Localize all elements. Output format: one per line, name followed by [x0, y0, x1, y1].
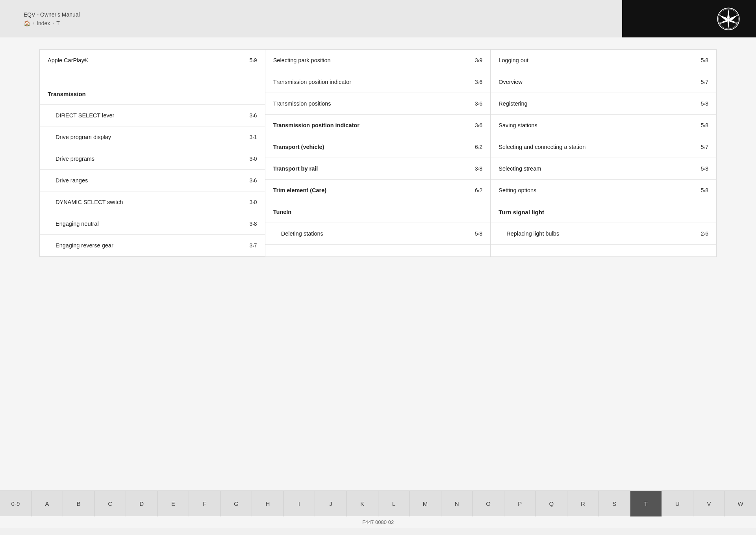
item-page: 5›8	[701, 187, 708, 193]
breadcrumb-index[interactable]: Index	[37, 20, 50, 26]
item-page: 3›8	[249, 221, 257, 227]
alpha-L[interactable]: L	[378, 491, 410, 516]
alpha-F[interactable]: F	[189, 491, 220, 516]
alpha-W[interactable]: W	[725, 491, 756, 516]
item-label: Logging out	[498, 57, 697, 63]
item-label: DYNAMIC SELECT switch	[56, 199, 245, 205]
index-columns: Apple CarPlay® 5›9 Transmission DIRECT S…	[39, 49, 717, 257]
column-1: Apple CarPlay® 5›9 Transmission DIRECT S…	[40, 50, 265, 256]
list-item[interactable]: Overview 5›7	[491, 71, 716, 93]
alpha-G[interactable]: G	[220, 491, 252, 516]
list-item[interactable]: Apple CarPlay® 5›9	[40, 50, 265, 71]
main-content: Apple CarPlay® 5›9 Transmission DIRECT S…	[0, 37, 756, 490]
sep1: ›	[33, 20, 34, 26]
item-page: 5›9	[249, 57, 257, 63]
item-label: Drive program display	[56, 134, 245, 140]
item-page: 5›8	[475, 230, 482, 237]
header-title-block: EQV - Owner's Manual 🏠 › Index › T	[24, 11, 80, 26]
column-2: Selecting park position 3›9 Transmission…	[265, 50, 491, 256]
list-item[interactable]: TuneIn	[265, 201, 491, 223]
doc-code: F447 0080 02	[362, 519, 394, 525]
alpha-Q[interactable]: Q	[536, 491, 567, 516]
alpha-E[interactable]: E	[158, 491, 189, 516]
item-page: 3›9	[475, 57, 482, 63]
alpha-A[interactable]: A	[32, 491, 63, 516]
list-item[interactable]: Selecting and connecting a station 5›7	[491, 136, 716, 158]
item-label: Deleting stations	[281, 230, 471, 237]
alpha-V[interactable]: V	[693, 491, 725, 516]
item-page: 5›8	[701, 122, 708, 128]
sep2: ›	[52, 20, 54, 26]
item-page: 3›0	[249, 199, 257, 205]
list-item[interactable]: DYNAMIC SELECT switch 3›0	[40, 191, 265, 213]
item-label: Saving stations	[498, 122, 697, 128]
item-label: Transport by rail	[273, 165, 471, 172]
item-label: Transmission position indicator	[273, 122, 471, 128]
alpha-C[interactable]: C	[94, 491, 126, 516]
item-page: 5›8	[701, 100, 708, 107]
alpha-U[interactable]: U	[662, 491, 693, 516]
alpha-M[interactable]: M	[410, 491, 441, 516]
mercedes-logo	[717, 7, 740, 31]
alpha-S[interactable]: S	[599, 491, 630, 516]
alpha-09[interactable]: 0-9	[0, 491, 32, 516]
item-page: 3›6	[475, 100, 482, 107]
svg-marker-7	[728, 15, 738, 20]
list-item[interactable]: Transmission position indicator 3›6	[265, 71, 491, 93]
item-label: Transmission position indicator	[273, 79, 471, 85]
home-icon[interactable]: 🏠	[24, 20, 30, 26]
list-item[interactable]: Logging out 5›8	[491, 50, 716, 71]
item-page: 5›7	[701, 144, 708, 150]
list-item[interactable]: Engaging neutral 3›8	[40, 213, 265, 235]
alpha-I[interactable]: I	[284, 491, 315, 516]
list-item[interactable]: Engaging reverse gear 3›7	[40, 235, 265, 256]
alpha-P[interactable]: P	[504, 491, 536, 516]
alpha-B[interactable]: B	[63, 491, 94, 516]
alpha-K[interactable]: K	[346, 491, 378, 516]
alpha-R[interactable]: R	[567, 491, 599, 516]
list-item[interactable]: Selecting stream 5›8	[491, 158, 716, 180]
list-item[interactable]: Transport (vehicle) 6›2	[265, 136, 491, 158]
alpha-T[interactable]: T	[630, 491, 662, 516]
item-label: Selecting and connecting a station	[498, 144, 697, 150]
list-item[interactable]: Selecting park position 3›9	[265, 50, 491, 71]
list-item[interactable]: Replacing light bulbs 2›6	[491, 223, 716, 245]
list-item[interactable]: Drive program display 3›1	[40, 126, 265, 148]
alpha-D[interactable]: D	[126, 491, 158, 516]
list-item[interactable]: Transmission positions 3›6	[265, 93, 491, 115]
alpha-O[interactable]: O	[473, 491, 504, 516]
list-item[interactable]: Trim element (Care) 6›2	[265, 180, 491, 201]
section-header-transmission: Transmission	[40, 83, 265, 105]
breadcrumb-letter: T	[56, 20, 60, 26]
item-label: Selecting park position	[273, 57, 471, 63]
item-label: TuneIn	[273, 209, 479, 215]
list-item[interactable]: Drive ranges 3›6	[40, 170, 265, 191]
logo-area	[622, 0, 756, 37]
alphabet-nav: 0-9 A B C D E F G H I J K L M N O P Q R …	[0, 490, 756, 516]
list-item[interactable]: DIRECT SELECT lever 3›6	[40, 105, 265, 126]
item-page: 3›1	[249, 134, 257, 140]
item-page: 3›6	[475, 122, 482, 128]
spacer	[40, 71, 265, 83]
item-page: 3›8	[475, 165, 482, 172]
item-label: Selecting stream	[498, 165, 697, 172]
item-label: Replacing light bulbs	[506, 230, 697, 237]
item-page: 6›2	[475, 144, 482, 150]
page-header: EQV - Owner's Manual 🏠 › Index › T	[0, 0, 756, 37]
list-item[interactable]: Setting options 5›8	[491, 180, 716, 201]
item-label: Drive programs	[56, 156, 245, 162]
item-label: Transmission positions	[273, 100, 471, 107]
list-item[interactable]: Transport by rail 3›8	[265, 158, 491, 180]
item-page: 5›8	[701, 57, 708, 63]
list-item[interactable]: Saving stations 5›8	[491, 115, 716, 136]
list-item[interactable]: Drive programs 3›0	[40, 148, 265, 170]
list-item[interactable]: Deleting stations 5›8	[265, 223, 491, 245]
alpha-J[interactable]: J	[315, 491, 346, 516]
item-label: Apple CarPlay®	[48, 57, 245, 63]
list-item[interactable]: Transmission position indicator 3›6	[265, 115, 491, 136]
item-page: 3›6	[475, 79, 482, 85]
list-item[interactable]: Registering 5›8	[491, 93, 716, 115]
alpha-H[interactable]: H	[252, 491, 284, 516]
alpha-N[interactable]: N	[441, 491, 473, 516]
item-page: 3›6	[249, 177, 257, 184]
